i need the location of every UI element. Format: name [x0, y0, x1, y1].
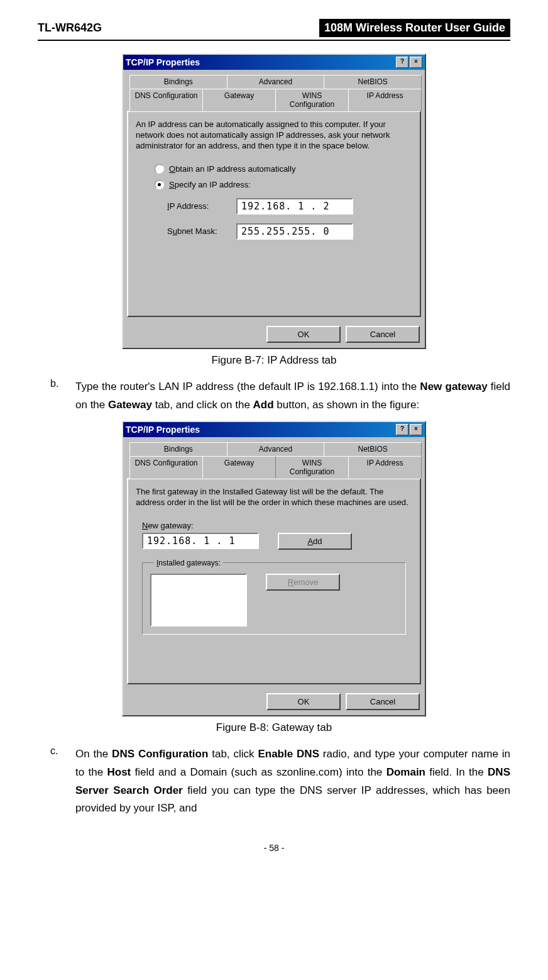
step-c-text: On the DNS Configuration tab, click Enab…	[75, 745, 510, 818]
cancel-button[interactable]: Cancel	[346, 693, 420, 710]
new-gateway-label: New gateway:	[142, 521, 412, 530]
titlebar: TCP/IP Properties ? ×	[123, 422, 425, 437]
ok-button[interactable]: OK	[266, 693, 341, 710]
remove-button: Remove	[266, 574, 340, 591]
ip-address-label: IP Address:	[167, 201, 236, 211]
header-model: TL-WR642G	[38, 21, 102, 35]
installed-gateways-list[interactable]	[150, 574, 247, 626]
radio-specify[interactable]: Specify an IP address:	[155, 180, 412, 189]
installed-gateways-label: Installed gateways:	[154, 559, 223, 567]
dialog-description: The first gateway in the Installed Gatew…	[136, 487, 412, 508]
step-b: b. Type the router's LAN IP address (the…	[50, 378, 510, 421]
step-b-text: Type the router's LAN IP address (the de…	[75, 378, 510, 415]
radio-obtain-label: Obtain an IP address automatically	[169, 164, 295, 174]
tab-netbios[interactable]: NetBIOS	[324, 442, 422, 456]
dialog-title: TCP/IP Properties	[126, 425, 200, 435]
close-icon[interactable]: ×	[410, 57, 422, 68]
figure-caption-b8: Figure B-8: Gateway tab	[38, 721, 510, 734]
titlebar: TCP/IP Properties ? ×	[123, 55, 425, 70]
tcpip-dialog-gateway: TCP/IP Properties ? × Bindings Advanced …	[122, 421, 426, 716]
tab-advanced[interactable]: Advanced	[227, 442, 325, 456]
tab-dns-config[interactable]: DNS Configuration	[129, 456, 203, 479]
help-icon[interactable]: ?	[396, 57, 408, 68]
step-marker: c.	[50, 745, 75, 825]
ok-button[interactable]: OK	[266, 326, 341, 343]
radio-icon	[155, 180, 164, 189]
tab-dns-config[interactable]: DNS Configuration	[129, 89, 203, 111]
step-c: c. On the DNS Configuration tab, click E…	[50, 745, 510, 825]
tab-ip-address[interactable]: IP Address	[348, 456, 422, 479]
tab-wins[interactable]: WINS Configuration	[275, 456, 349, 479]
radio-obtain[interactable]: Obtain an IP address automatically	[155, 164, 412, 174]
tab-wins[interactable]: WINS Configuration	[275, 89, 349, 111]
step-marker: b.	[50, 378, 75, 421]
header-title: 108M Wireless Router User Guide	[319, 19, 510, 37]
radio-specify-label: Specify an IP address:	[169, 180, 251, 189]
tab-bindings[interactable]: Bindings	[129, 75, 227, 89]
tab-gateway[interactable]: Gateway	[202, 456, 276, 479]
ip-address-input[interactable]: 192.168. 1 . 2	[236, 198, 353, 214]
new-gateway-input[interactable]: 192.168. 1 . 1	[142, 533, 259, 549]
add-button[interactable]: Add	[278, 533, 352, 550]
tab-ip-address[interactable]: IP Address	[348, 89, 422, 111]
radio-icon	[155, 164, 164, 174]
tab-netbios[interactable]: NetBIOS	[324, 75, 422, 89]
tcpip-dialog-ip: TCP/IP Properties ? × Bindings Advanced …	[122, 53, 426, 349]
tab-gateway[interactable]: Gateway	[202, 89, 276, 111]
page-number: - 58 -	[38, 843, 510, 853]
subnet-input[interactable]: 255.255.255. 0	[236, 223, 353, 240]
subnet-label: Subnet Mask:	[167, 226, 236, 236]
figure-caption-b7: Figure B-7: IP Address tab	[38, 354, 510, 367]
tab-bindings[interactable]: Bindings	[129, 442, 227, 456]
page-header: TL-WR642G 108M Wireless Router User Guid…	[38, 19, 510, 41]
dialog-description: An IP address can be automatically assig…	[136, 120, 412, 152]
help-icon[interactable]: ?	[396, 424, 408, 435]
tab-advanced[interactable]: Advanced	[227, 75, 325, 89]
close-icon[interactable]: ×	[410, 424, 422, 435]
cancel-button[interactable]: Cancel	[346, 326, 420, 343]
dialog-title: TCP/IP Properties	[126, 57, 200, 67]
